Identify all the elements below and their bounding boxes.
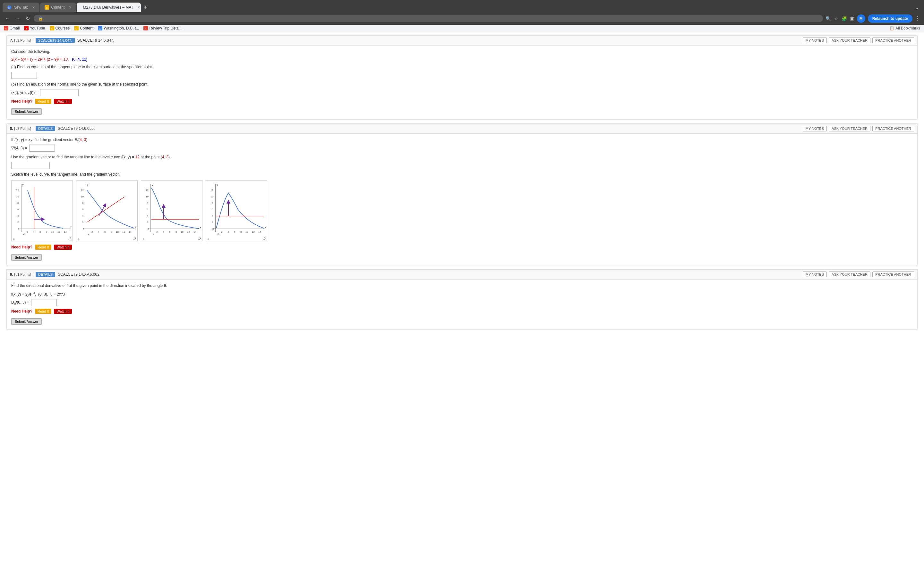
- problem-8-ask-teacher-btn[interactable]: ASK YOUR TEACHER: [829, 126, 871, 131]
- relaunch-button[interactable]: Relaunch to update: [868, 15, 913, 23]
- problem-8-practice-btn[interactable]: PRACTICE ANOTHER: [872, 126, 914, 131]
- problem-9-read-it-btn[interactable]: Read It: [35, 309, 51, 314]
- tab-new-tab[interactable]: N New Tab ✕: [3, 3, 39, 12]
- problem-8-header-right: MY NOTES ASK YOUR TEACHER PRACTICE ANOTH…: [803, 126, 914, 131]
- problem-7-tangent-input[interactable]: [11, 72, 37, 79]
- problem-8-need-help: Need Help? Read It Watch It: [11, 245, 913, 250]
- problem-9-deriv-row: Duf(0, 3) =: [11, 299, 913, 306]
- tab-menu-button[interactable]: ⌄: [912, 3, 921, 12]
- problem-8-read-it-btn[interactable]: Read It: [35, 245, 51, 250]
- sidebar-icon[interactable]: ▣: [850, 16, 855, 21]
- problem-8-header: 8. [-/3 Points] DETAILS SCALCET9 14.6.05…: [7, 124, 917, 134]
- problem-7-header-right: MY NOTES ASK YOUR TEACHER PRACTICE ANOTH…: [803, 37, 914, 43]
- url-input[interactable]: webassign.net/web/Student/Assignment-Res…: [45, 16, 819, 21]
- problem-9-need-help-label: Need Help?: [11, 309, 32, 314]
- address-bar-icons: 🔍 ☆ 🧩 ▣: [825, 16, 855, 21]
- bookmark-review[interactable]: R Review Trip Detail...: [144, 26, 184, 31]
- problem-9-ask-teacher-btn[interactable]: ASK YOUR TEACHER: [829, 271, 871, 277]
- svg-text:0: 0: [83, 227, 84, 230]
- bookmark-content[interactable]: C Content: [74, 26, 94, 31]
- back-button[interactable]: ←: [4, 15, 11, 23]
- svg-text:8: 8: [17, 201, 19, 205]
- svg-text:C: C: [46, 6, 48, 9]
- tab-content[interactable]: C Content ✕: [40, 3, 76, 12]
- chrome-menu-icon[interactable]: ⋮: [915, 15, 920, 21]
- profile-button[interactable]: M: [857, 15, 865, 23]
- problem-8-tangent-input[interactable]: [11, 162, 50, 169]
- problem-7-ask-teacher-btn[interactable]: ASK YOUR TEACHER: [829, 37, 871, 43]
- problem-7-submit-btn[interactable]: Submit Answer: [11, 108, 42, 115]
- graph-2[interactable]: y x 0 2 4 6 8 10 12 2 4 6 8 10 1: [76, 181, 137, 242]
- problem-7-watch-it-btn[interactable]: Watch It: [54, 99, 72, 104]
- problem-9-header-right: MY NOTES ASK YOUR TEACHER PRACTICE ANOTH…: [803, 271, 914, 277]
- search-icon[interactable]: 🔍: [825, 16, 831, 21]
- extension-icon[interactable]: 🧩: [842, 16, 847, 21]
- svg-text:2: 2: [147, 221, 149, 224]
- problem-8-watch-it-btn[interactable]: Watch It: [54, 245, 72, 250]
- problem-8-need-help-label: Need Help?: [11, 245, 32, 250]
- problem-9-body: Find the directional derivative of f at …: [7, 279, 917, 329]
- svg-text:6: 6: [169, 230, 171, 234]
- tab-favicon-new-tab: N: [7, 5, 11, 10]
- problem-8-number: 8. [-/3 Points]: [10, 126, 31, 131]
- bookmark-washington[interactable]: W Washington, D.C. t...: [98, 26, 139, 31]
- address-bar[interactable]: 🔒 webassign.net/web/Student/Assignment-R…: [34, 15, 823, 22]
- all-bookmarks[interactable]: 📋 All Bookmarks: [889, 26, 920, 31]
- new-tab-button[interactable]: +: [142, 3, 150, 12]
- svg-text:4: 4: [82, 214, 84, 218]
- svg-text:x: x: [200, 226, 202, 229]
- problem-8-gradient-input[interactable]: [29, 145, 55, 152]
- problem-8-body-text: If f(x, y) = xy, find the gradient vecto…: [11, 137, 913, 143]
- problem-7-read-it-btn[interactable]: Read It: [35, 99, 51, 104]
- svg-text:4: 4: [163, 230, 164, 234]
- problem-8-body: If f(x, y) = xy, find the gradient vecto…: [7, 134, 917, 265]
- tab-close-new-tab[interactable]: ✕: [32, 5, 35, 10]
- svg-text:4: 4: [147, 214, 149, 218]
- svg-text:14: 14: [258, 230, 261, 234]
- problem-7-part-a: (a) Find an equation of the tangent plan…: [11, 64, 913, 70]
- svg-text:10: 10: [16, 195, 19, 198]
- problem-7-practice-btn[interactable]: PRACTICE ANOTHER: [872, 37, 914, 43]
- problem-8-details-btn[interactable]: DETAILS: [36, 126, 55, 131]
- graph-3[interactable]: y x 0 2 4 6 8 10 12 2 4 6 8 10 1: [141, 181, 202, 242]
- problem-9-need-help: Need Help? Read It Watch It: [11, 309, 913, 314]
- problem-9-practice-btn[interactable]: PRACTICE ANOTHER: [872, 271, 914, 277]
- problem-7-my-notes-btn[interactable]: MY NOTES: [803, 37, 827, 43]
- svg-text:10: 10: [81, 195, 84, 198]
- problem-7-details-btn[interactable]: SCALCET9 14.6.047.: [36, 38, 75, 43]
- problem-9-watch-it-btn[interactable]: Watch It: [54, 309, 72, 314]
- bookmark-courses[interactable]: C Courses: [50, 26, 70, 31]
- svg-text:12: 12: [210, 189, 213, 192]
- graph-4[interactable]: y x 0 2 4 6 8 10 12 2 4 6 8 10 1: [206, 181, 267, 242]
- svg-line-57: [87, 197, 124, 222]
- problem-7-header: 7. [-/2 Points] SCALCET9 14.6.047. SCALC…: [7, 35, 917, 45]
- bookmark-youtube[interactable]: ▶ YouTube: [24, 26, 45, 31]
- tab-close-webassign[interactable]: ✕: [137, 5, 140, 10]
- svg-text:10: 10: [181, 230, 184, 234]
- svg-text:y: y: [22, 183, 24, 186]
- tab-label-content: Content: [51, 5, 65, 10]
- bookmark-star-icon[interactable]: ☆: [834, 16, 838, 21]
- svg-text:x: x: [70, 226, 72, 229]
- svg-text:0: 0: [18, 227, 19, 230]
- tab-close-content[interactable]: ✕: [69, 5, 71, 10]
- tab-favicon-content: C: [45, 5, 49, 10]
- svg-text:W: W: [99, 27, 102, 30]
- problem-9-deriv-input[interactable]: [31, 299, 57, 306]
- svg-text:2: 2: [221, 230, 223, 234]
- problem-9-details-btn[interactable]: DETAILS: [36, 272, 55, 277]
- problem-7-code: SCALCET9 14.6.047.: [78, 38, 114, 43]
- svg-text:6: 6: [82, 208, 84, 211]
- problem-9-submit-btn[interactable]: Submit Answer: [11, 318, 42, 325]
- tab-webassign[interactable]: W M273 14.6 Derivatives – MAT ✕: [77, 3, 141, 12]
- problem-9-my-notes-btn[interactable]: MY NOTES: [803, 271, 827, 277]
- problem-8-submit-btn[interactable]: Submit Answer: [11, 254, 42, 261]
- problem-7-normal-input[interactable]: [40, 89, 79, 96]
- forward-button[interactable]: →: [14, 15, 22, 23]
- graph-1[interactable]: y x 0 2 4 6 8 10 12 2 4 6 8: [11, 181, 73, 242]
- graph-3-svg: y x 0 2 4 6 8 10 12 2 4 6 8 10 1: [141, 181, 202, 237]
- bookmark-gmail[interactable]: G Gmail: [4, 26, 19, 31]
- address-bar-row: ← → ↻ 🔒 webassign.net/web/Student/Assign…: [0, 12, 924, 25]
- problem-8-my-notes-btn[interactable]: MY NOTES: [803, 126, 827, 131]
- reload-button[interactable]: ↻: [24, 14, 31, 23]
